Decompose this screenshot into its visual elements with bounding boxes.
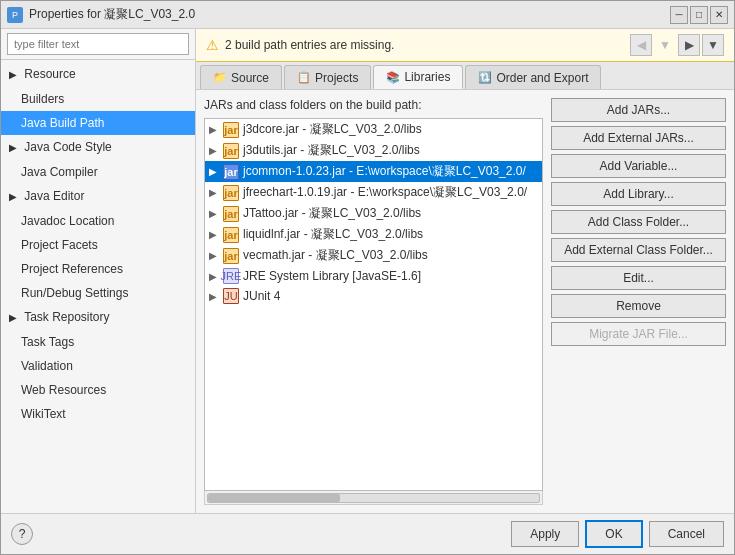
build-path-area: JARs and class folders on the build path…: [196, 90, 734, 513]
remove-button[interactable]: Remove: [551, 294, 726, 318]
nav-separator: ▼: [654, 34, 676, 56]
migrate-jar-button[interactable]: Migrate JAR File...: [551, 322, 726, 346]
list-item[interactable]: ▶ JU JUnit 4: [205, 286, 542, 306]
expand-arrow: ▶: [209, 124, 219, 135]
list-item-selected[interactable]: ▶ jar jcommon-1.0.23.jar - E:\workspace\…: [205, 161, 542, 182]
expand-arrow: ▶: [209, 271, 219, 282]
sidebar-item-web-resources[interactable]: Web Resources: [1, 378, 195, 402]
bottom-bar: ? Apply OK Cancel: [1, 513, 734, 554]
jars-label: JARs and class folders on the build path…: [204, 98, 543, 112]
jar-icon: jar: [223, 248, 239, 264]
ok-button[interactable]: OK: [585, 520, 642, 548]
warning-bar: ⚠ 2 build path entries are missing. ◀ ▼ …: [196, 29, 734, 62]
sidebar-item-run-debug-settings[interactable]: Run/Debug Settings: [1, 281, 195, 305]
expand-arrow: ▶: [209, 145, 219, 156]
sidebar-item-java-code-style[interactable]: ▶ Java Code Style: [1, 135, 195, 160]
order-export-tab-icon: 🔃: [478, 71, 492, 84]
source-tab-icon: 📁: [213, 71, 227, 84]
tab-order-export[interactable]: 🔃 Order and Export: [465, 65, 601, 89]
jar-icon: jar: [223, 143, 239, 159]
expand-arrow: ▶: [209, 166, 219, 177]
sidebar: ▶ Resource Builders Java Build Path ▶ Ja…: [1, 29, 196, 513]
nav-back-button[interactable]: ◀: [630, 34, 652, 56]
add-jars-button[interactable]: Add JARs...: [551, 98, 726, 122]
jars-panel: JARs and class folders on the build path…: [204, 98, 543, 505]
sidebar-item-resource[interactable]: ▶ Resource: [1, 62, 195, 87]
tab-libraries[interactable]: 📚 Libraries: [373, 65, 463, 89]
tab-projects[interactable]: 📋 Projects: [284, 65, 371, 89]
jar-icon: jar: [223, 206, 239, 222]
expand-arrow: ▶: [9, 138, 19, 158]
sys-icon: JRE: [223, 268, 239, 284]
expand-arrow: ▶: [9, 187, 19, 207]
warning-icon: ⚠: [206, 37, 219, 53]
sidebar-item-task-repository[interactable]: ▶ Task Repository: [1, 305, 195, 330]
titlebar-buttons: ─ □ ✕: [670, 6, 728, 24]
jar-icon: jar: [223, 164, 239, 180]
jar-icon: jar: [223, 227, 239, 243]
jars-list[interactable]: ▶ jar j3dcore.jar - 凝聚LC_V03_2.0/libs ▶ …: [204, 118, 543, 491]
help-button[interactable]: ?: [11, 523, 33, 545]
sidebar-item-builders[interactable]: Builders: [1, 87, 195, 111]
libraries-tab-icon: 📚: [386, 71, 400, 84]
close-button[interactable]: ✕: [710, 6, 728, 24]
warning-message: 2 build path entries are missing.: [225, 38, 394, 52]
tabs-bar: 📁 Source 📋 Projects 📚 Libraries 🔃 Order …: [196, 62, 734, 90]
add-class-folder-button[interactable]: Add Class Folder...: [551, 210, 726, 234]
expand-arrow: ▶: [9, 65, 19, 85]
filter-input[interactable]: [7, 33, 189, 55]
list-item[interactable]: ▶ jar j3dcore.jar - 凝聚LC_V03_2.0/libs: [205, 119, 542, 140]
sidebar-item-validation[interactable]: Validation: [1, 354, 195, 378]
expand-arrow: ▶: [209, 187, 219, 198]
list-item[interactable]: ▶ jar jfreechart-1.0.19.jar - E:\workspa…: [205, 182, 542, 203]
main-window: P Properties for 凝聚LC_V03_2.0 ─ □ ✕ ▶ Re…: [0, 0, 735, 555]
list-item[interactable]: ▶ jar liquidlnf.jar - 凝聚LC_V03_2.0/libs: [205, 224, 542, 245]
expand-arrow: ▶: [209, 291, 219, 302]
add-library-button[interactable]: Add Library...: [551, 182, 726, 206]
action-buttons: Add JARs... Add External JARs... Add Var…: [551, 98, 726, 505]
add-variable-button[interactable]: Add Variable...: [551, 154, 726, 178]
window-title: Properties for 凝聚LC_V03_2.0: [29, 6, 670, 23]
expand-arrow: ▶: [209, 250, 219, 261]
junit-icon: JU: [223, 288, 239, 304]
nav-dropdown-button[interactable]: ▼: [702, 34, 724, 56]
list-item[interactable]: ▶ jar vecmath.jar - 凝聚LC_V03_2.0/libs: [205, 245, 542, 266]
sidebar-item-javadoc-location[interactable]: Javadoc Location: [1, 209, 195, 233]
sidebar-tree: ▶ Resource Builders Java Build Path ▶ Ja…: [1, 60, 195, 513]
maximize-button[interactable]: □: [690, 6, 708, 24]
list-item[interactable]: ▶ JRE JRE System Library [JavaSE-1.6]: [205, 266, 542, 286]
horizontal-scrollbar[interactable]: [204, 491, 543, 505]
jar-icon: jar: [223, 185, 239, 201]
sidebar-item-project-facets[interactable]: Project Facets: [1, 233, 195, 257]
expand-arrow: ▶: [9, 308, 19, 328]
sidebar-item-java-compiler[interactable]: Java Compiler: [1, 160, 195, 184]
sidebar-item-java-editor[interactable]: ▶ Java Editor: [1, 184, 195, 209]
add-external-class-folder-button[interactable]: Add External Class Folder...: [551, 238, 726, 262]
sidebar-item-java-build-path[interactable]: Java Build Path: [1, 111, 195, 135]
expand-arrow: ▶: [209, 229, 219, 240]
projects-tab-icon: 📋: [297, 71, 311, 84]
main-panel: ⚠ 2 build path entries are missing. ◀ ▼ …: [196, 29, 734, 513]
navigation-arrows: ◀ ▼ ▶ ▼: [630, 34, 724, 56]
window-icon: P: [7, 7, 23, 23]
cancel-button[interactable]: Cancel: [649, 521, 724, 547]
nav-forward-button[interactable]: ▶: [678, 34, 700, 56]
jar-icon: jar: [223, 122, 239, 138]
tab-source[interactable]: 📁 Source: [200, 65, 282, 89]
content-area: ▶ Resource Builders Java Build Path ▶ Ja…: [1, 29, 734, 513]
apply-button[interactable]: Apply: [511, 521, 579, 547]
minimize-button[interactable]: ─: [670, 6, 688, 24]
add-external-jars-button[interactable]: Add External JARs...: [551, 126, 726, 150]
scrollbar-track: [207, 493, 540, 503]
titlebar: P Properties for 凝聚LC_V03_2.0 ─ □ ✕: [1, 1, 734, 29]
sidebar-item-task-tags[interactable]: Task Tags: [1, 330, 195, 354]
scrollbar-thumb: [208, 494, 340, 502]
filter-box: [1, 29, 195, 60]
edit-button[interactable]: Edit...: [551, 266, 726, 290]
sidebar-item-project-references[interactable]: Project References: [1, 257, 195, 281]
expand-arrow: ▶: [209, 208, 219, 219]
list-item[interactable]: ▶ jar j3dutils.jar - 凝聚LC_V03_2.0/libs: [205, 140, 542, 161]
sidebar-item-wikitext[interactable]: WikiText: [1, 402, 195, 426]
list-item[interactable]: ▶ jar JTattoo.jar - 凝聚LC_V03_2.0/libs: [205, 203, 542, 224]
